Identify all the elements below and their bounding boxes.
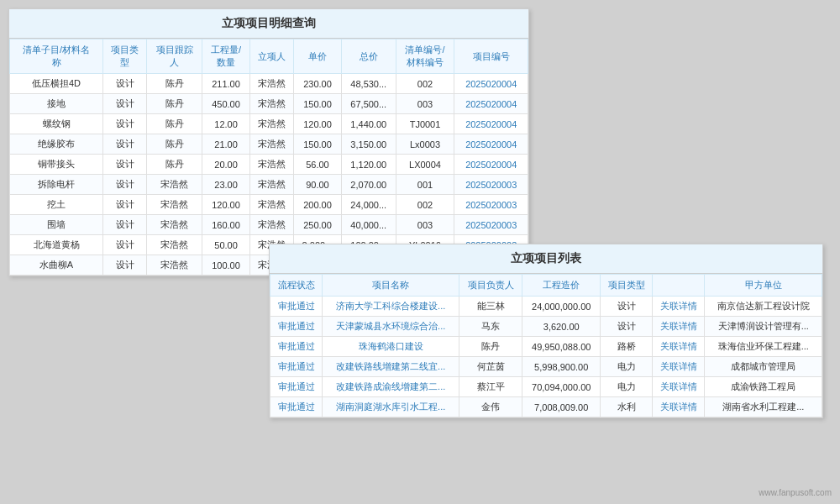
table-cell: 200.00: [293, 195, 341, 215]
table-row: 审批通过改建铁路成渝线增建第二...蔡江平70,094,000.00电力关联详情…: [270, 377, 822, 397]
top-header-cell: 立项人: [249, 39, 293, 74]
table-cell[interactable]: 湖南洞庭湖水库引水工程...: [323, 397, 459, 417]
top-header-cell: 工程量/ 数量: [202, 39, 249, 74]
table-row: 铜带接头设计陈丹20.00宋浩然56.001,120.00LX000420250…: [10, 155, 528, 175]
table-cell: 设计: [103, 215, 147, 235]
table-cell[interactable]: 珠海鹤港口建设: [323, 337, 459, 357]
table-cell: 陈丹: [147, 74, 202, 94]
table-cell: 宋浩然: [249, 114, 293, 134]
table-cell: 陈丹: [147, 134, 202, 155]
table-cell[interactable]: 2025020003: [454, 175, 528, 195]
bottom-header-cell: 工程造价: [522, 275, 601, 297]
table-row: 挖土设计宋浩然120.00宋浩然200.0024,000...002202502…: [10, 195, 528, 215]
table-cell[interactable]: 关联详情: [653, 377, 705, 397]
table-cell[interactable]: 2025020004: [454, 74, 528, 94]
table-row: 低压横担4D设计陈丹211.00宋浩然230.0048,530...002202…: [10, 74, 528, 94]
table-cell[interactable]: 天津蒙城县水环境综合治...: [323, 317, 459, 337]
table-cell: 50.00: [202, 235, 249, 255]
table-row: 围墙设计宋浩然160.00宋浩然250.0040,000...003202502…: [10, 215, 528, 235]
table-cell: 陈丹: [147, 155, 202, 175]
table-cell: 陈丹: [147, 94, 202, 114]
table-row: 审批通过珠海鹤港口建设陈丹49,950,088.00路桥关联详情珠海信业环保工程…: [270, 337, 822, 357]
top-card: 立项项目明细查询 清单子目/材料名 称项目类 型项目跟踪 人工程量/ 数量立项人…: [8, 8, 529, 276]
table-cell: 螺纹钢: [10, 114, 103, 134]
table-row: 审批通过湖南洞庭湖水库引水工程...金伟7,008,009.00水利关联详情湖南…: [270, 397, 822, 417]
table-cell: 设计: [103, 134, 147, 155]
table-cell[interactable]: 2025020004: [454, 155, 528, 175]
table-cell: 蔡江平: [459, 377, 522, 397]
table-cell: 陈丹: [459, 337, 522, 357]
table-cell[interactable]: 济南大学工科综合楼建设...: [323, 297, 459, 317]
table-row: 审批通过济南大学工科综合楼建设...能三林24,000,000.00设计关联详情…: [270, 297, 822, 317]
table-cell: 12.00: [202, 114, 249, 134]
table-cell[interactable]: 2025020004: [454, 134, 528, 155]
table-cell: 宋浩然: [147, 235, 202, 255]
table-cell: 能三林: [459, 297, 522, 317]
watermark: www.fanpusoft.com: [759, 488, 832, 497]
table-row: 螺纹钢设计陈丹12.00宋浩然120.001,440.00TJ000120250…: [10, 114, 528, 134]
table-row: 接地设计陈丹450.00宋浩然150.0067,500...0032025020…: [10, 94, 528, 114]
table-cell[interactable]: 2025020003: [454, 195, 528, 215]
table-cell: 陈丹: [147, 114, 202, 134]
table-cell: 21.00: [202, 134, 249, 155]
table-cell[interactable]: 审批通过: [270, 337, 323, 357]
table-cell[interactable]: 审批通过: [270, 397, 323, 417]
table-cell[interactable]: 关联详情: [653, 317, 705, 337]
table-cell[interactable]: 关联详情: [653, 357, 705, 377]
top-header-cell: 清单子目/材料名 称: [10, 39, 103, 74]
bottom-header-cell: [653, 275, 705, 297]
table-cell: 48,530...: [341, 74, 396, 94]
table-cell: 160.00: [202, 215, 249, 235]
table-cell: 设计: [601, 297, 653, 317]
table-cell: 天津博润设计管理有...: [705, 317, 822, 337]
table-cell: 211.00: [202, 74, 249, 94]
table-cell: 水利: [601, 397, 653, 417]
table-cell[interactable]: 审批通过: [270, 377, 323, 397]
table-cell: 003: [396, 215, 454, 235]
table-cell: 150.00: [293, 134, 341, 155]
table-cell[interactable]: 改建铁路线增建第二线宜...: [323, 357, 459, 377]
main-container: 立项项目明细查询 清单子目/材料名 称项目类 型项目跟踪 人工程量/ 数量立项人…: [0, 0, 840, 504]
table-cell: 3,150.00: [341, 134, 396, 155]
table-cell: 150.00: [293, 94, 341, 114]
table-cell[interactable]: 2025020004: [454, 114, 528, 134]
table-cell: 49,950,088.00: [522, 337, 601, 357]
table-cell[interactable]: 审批通过: [270, 297, 323, 317]
bottom-header-cell: 项目名称: [323, 275, 459, 297]
table-cell: 002: [396, 74, 454, 94]
table-cell: 设计: [103, 94, 147, 114]
table-cell: 电力: [601, 377, 653, 397]
table-cell: 拆除电杆: [10, 175, 103, 195]
top-table-header: 清单子目/材料名 称项目类 型项目跟踪 人工程量/ 数量立项人单价总价清单编号/…: [10, 39, 528, 74]
table-cell[interactable]: 关联详情: [653, 297, 705, 317]
table-cell: 7,008,009.00: [522, 397, 601, 417]
table-cell: 设计: [103, 155, 147, 175]
table-cell: 250.00: [293, 215, 341, 235]
bottom-table-header: 流程状态项目名称项目负责人工程造价项目类型甲方单位: [270, 275, 822, 297]
table-cell[interactable]: 改建铁路成渝线增建第二...: [323, 377, 459, 397]
table-cell: Lx0003: [396, 134, 454, 155]
table-cell: 90.00: [293, 175, 341, 195]
table-cell[interactable]: 关联详情: [653, 397, 705, 417]
table-row: 审批通过改建铁路线增建第二线宜...何芷茵5,998,900.00电力关联详情成…: [270, 357, 822, 377]
table-cell: 电力: [601, 357, 653, 377]
table-cell: 宋浩然: [249, 175, 293, 195]
table-cell[interactable]: 关联详情: [653, 337, 705, 357]
table-cell: 20.00: [202, 155, 249, 175]
table-cell: 南京信达新工程设计院: [705, 297, 822, 317]
table-cell: 宋浩然: [249, 215, 293, 235]
table-cell: 002: [396, 195, 454, 215]
table-row: 拆除电杆设计宋浩然23.00宋浩然90.002,070.000012025020…: [10, 175, 528, 195]
table-cell[interactable]: 2025020004: [454, 94, 528, 114]
table-cell: 围墙: [10, 215, 103, 235]
table-cell[interactable]: 审批通过: [270, 357, 323, 377]
table-cell: 马东: [459, 317, 522, 337]
bottom-card: 立项项目列表 流程状态项目名称项目负责人工程造价项目类型甲方单位 审批通过济南大…: [269, 244, 823, 418]
table-cell[interactable]: 审批通过: [270, 317, 323, 337]
table-row: 审批通过天津蒙城县水环境综合治...马东3,620.00设计关联详情天津博润设计…: [270, 317, 822, 337]
table-cell[interactable]: 2025020003: [454, 215, 528, 235]
table-cell: 绝缘胶布: [10, 134, 103, 155]
table-cell: 挖土: [10, 195, 103, 215]
table-cell: 设计: [103, 255, 147, 276]
table-cell: 接地: [10, 94, 103, 114]
